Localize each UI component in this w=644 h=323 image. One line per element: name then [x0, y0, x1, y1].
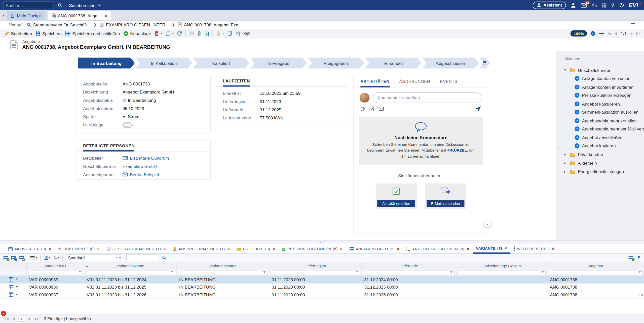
tab-ansprechpartner[interactable]: ANSPRECHPARTNER(1)× — [169, 247, 233, 253]
view-select[interactable]: Standard × ▾ — [66, 255, 123, 261]
searchscope-dropdown[interactable]: Suchbereiche — [69, 3, 101, 8]
lock-dropdown-caret-icon[interactable]: ▾ — [222, 32, 224, 35]
action-item[interactable]: Angebot abschließen — [564, 133, 641, 142]
grid-export-button[interactable]: → — [11, 256, 16, 260]
refresh-button[interactable] — [177, 31, 182, 36]
error-indicator-icon[interactable]: × — [1, 311, 6, 316]
contact-link[interactable]: Bertha Beispiel — [130, 172, 159, 177]
workflow-step[interactable]: In Kalkulation — [135, 58, 192, 69]
funnel-icon[interactable] — [171, 271, 173, 274]
comment-input[interactable] — [373, 92, 482, 103]
attach-button[interactable] — [198, 31, 201, 36]
filter-input[interactable] — [459, 270, 540, 274]
filter-input[interactable] — [87, 270, 170, 274]
person-link[interactable]: Lisa Marie Gundrum — [130, 156, 169, 161]
mail-icon[interactable] — [378, 107, 384, 111]
column-header[interactable]: Lieferende — [362, 262, 456, 269]
grid-search-button[interactable]: ● — [19, 256, 24, 260]
column-header[interactable]: Laufzeitmenge Gesamt — [456, 262, 548, 269]
tab-variante[interactable]: VARIANTE(3)× — [473, 246, 510, 254]
close-tab-icon[interactable]: × — [273, 247, 275, 251]
filter-input[interactable] — [180, 270, 262, 274]
apps-icon[interactable] — [602, 3, 607, 8]
close-tab-icon[interactable]: × — [505, 246, 507, 250]
next-record-icon[interactable] — [630, 31, 634, 35]
duplicate-button[interactable]: ▾ — [166, 31, 174, 36]
funnel-icon[interactable] — [79, 271, 81, 274]
pin-icon[interactable] — [637, 255, 641, 260]
expand-triangle-icon[interactable]: ▸ — [564, 153, 567, 156]
delete-button[interactable]: ▾ — [154, 31, 162, 36]
tab-anlagenkonto[interactable]: ANLAGENKONTO(2)× — [346, 247, 403, 253]
tab-projekte[interactable]: PROJEKTE(0)× — [233, 247, 279, 253]
tab-cockpit[interactable]: Mein Cockpit — [7, 11, 46, 20]
last-page-icon[interactable] — [34, 317, 38, 321]
action-item[interactable]: Anlagenkonten importieren — [564, 83, 641, 91]
user-icon[interactable] — [571, 2, 576, 8]
action-group-energiedienstleistungen[interactable]: ▸ Energiedienstleistungen — [564, 167, 641, 176]
close-tab-icon[interactable]: × — [467, 247, 469, 251]
action-item[interactable]: Angebotsdokument per Mail versenden — [564, 125, 641, 133]
table-row[interactable]: ▾ VAR 00000936 V02 01.11.2023 bis 31.12.… — [0, 284, 644, 291]
copy-button[interactable] — [227, 31, 232, 36]
info-icon[interactable] — [590, 31, 596, 36]
global-search[interactable] — [3, 1, 53, 9]
next-page-icon[interactable] — [27, 317, 31, 321]
h-scroll-edge-icon[interactable] — [639, 293, 643, 297]
close-tab-icon[interactable]: × — [227, 247, 230, 251]
grid-sort-button[interactable]: ▾ — [53, 256, 59, 260]
search-icon[interactable] — [162, 255, 167, 260]
mention-icon[interactable]: @ — [360, 106, 365, 111]
partner-link[interactable]: Examplaro GmbH — [123, 164, 157, 169]
column-header[interactable]: Variantenstatus — [177, 262, 269, 269]
prev-record-icon[interactable] — [614, 31, 618, 35]
grid-menu-button[interactable]: ▾ — [30, 256, 37, 260]
column-header[interactable]: Angebot — [547, 262, 644, 269]
print-button[interactable] — [189, 31, 195, 36]
panel-collapse-icon[interactable]: ‹ — [484, 220, 492, 228]
notifications-button[interactable]: 13 — [581, 3, 587, 8]
action-item[interactable]: Anlagenkonten verwalten — [564, 74, 641, 83]
breadcrumb-menu-icon[interactable] — [630, 22, 635, 27]
grid-settings-button[interactable]: + — [3, 256, 8, 260]
power-icon[interactable] — [619, 3, 624, 8]
assistant-button[interactable]: Assistent — [533, 2, 566, 9]
delete-dropdown-caret-icon[interactable]: ▾ — [161, 32, 162, 35]
reply-icon[interactable] — [592, 3, 597, 8]
prev-page-icon[interactable] — [12, 317, 16, 321]
send-icon[interactable] — [475, 106, 481, 112]
action-item[interactable]: Preiskalkulation erzeugen — [564, 91, 641, 100]
edit-button[interactable]: Bearbeiten — [4, 31, 32, 36]
last-record-icon[interactable] — [636, 31, 640, 35]
sidebar-collapse-icon[interactable]: › — [557, 144, 558, 149]
column-header[interactable]: ▲Varianten Name — [84, 262, 177, 269]
create-activity-button[interactable]: Aktivität erstellen — [377, 200, 415, 207]
close-tab-icon[interactable]: × — [105, 13, 107, 18]
workflow-final-step[interactable] — [479, 58, 490, 69]
help-icon[interactable]: ? — [611, 2, 614, 8]
filter-input[interactable] — [550, 270, 637, 274]
workflow-step[interactable]: Abgeschlossen — [422, 58, 479, 69]
export-document-button[interactable] — [204, 31, 209, 36]
history-forward-icon[interactable]: → — [622, 22, 626, 27]
workflow-step[interactable]: Versendet — [365, 58, 421, 69]
watch-button[interactable] — [244, 31, 250, 35]
filter-input[interactable] — [365, 270, 449, 274]
search-icon[interactable] — [58, 3, 63, 8]
column-header[interactable]: Lieferbeginn — [269, 262, 362, 269]
tab-events[interactable]: EVENTS — [440, 79, 457, 87]
save-close-button[interactable]: Speichern und schließen — [65, 31, 120, 36]
column-header[interactable]: Varianten ID — [27, 262, 84, 269]
row-dropdown-caret-icon[interactable]: ▾ — [16, 293, 18, 297]
nav-expand-icon[interactable]: › — [0, 10, 7, 20]
menu-icon[interactable] — [599, 31, 604, 36]
table-row[interactable]: ▾ VAR 00000937 V03 01.11.2023 bis 31.12.… — [0, 291, 644, 299]
ist-vorlage-toggle[interactable] — [123, 122, 133, 127]
breadcrumb-item-record[interactable]: ANG 0001738, Angebot Exe... — [178, 22, 242, 27]
action-group-geschaeftskunden[interactable]: ▾ Geschäftskunden — [564, 66, 641, 74]
lock-button[interactable]: ▾ — [216, 31, 224, 36]
funnel-icon[interactable] — [356, 271, 358, 274]
duplicate-dropdown-caret-icon[interactable]: ▾ — [172, 32, 174, 35]
funnel-icon[interactable] — [263, 271, 266, 274]
tab-aktivitaeten-bottom[interactable]: AKTIVITÄTEN(0)× — [5, 247, 55, 253]
